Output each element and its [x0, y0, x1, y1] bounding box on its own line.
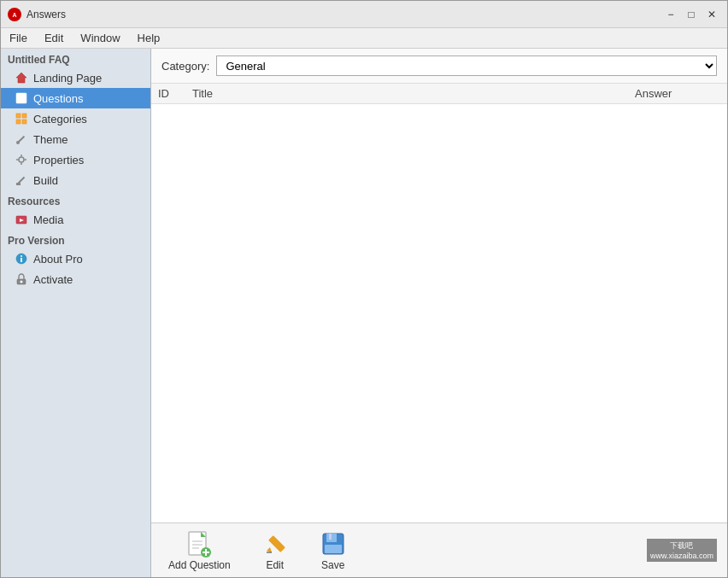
svg-point-23: [21, 255, 22, 257]
title-bar-left: A Answers: [8, 8, 66, 21]
window-menu[interactable]: Window: [72, 30, 128, 46]
sidebar-item-about-pro[interactable]: About Pro: [1, 248, 150, 269]
minimize-button[interactable]: −: [662, 6, 679, 23]
svg-rect-41: [325, 545, 342, 553]
title-bar: A Answers − □ ✕: [1, 1, 727, 28]
file-menu[interactable]: File: [1, 30, 36, 46]
edit-button[interactable]: Edit: [255, 527, 296, 575]
activate-icon: [15, 272, 28, 286]
sidebar: Untitled FAQ Landing Page: [1, 49, 151, 577]
add-question-icon: [185, 530, 213, 558]
edit-icon: [261, 530, 289, 558]
properties-label: Properties: [33, 154, 84, 166]
about-icon: [15, 252, 28, 266]
edit-menu[interactable]: Edit: [36, 30, 72, 46]
svg-marker-36: [267, 547, 272, 552]
media-icon: [15, 213, 28, 226]
svg-rect-19: [16, 183, 21, 185]
table-header: ID Title Answer: [151, 84, 727, 104]
sidebar-item-media[interactable]: Media: [1, 209, 150, 230]
svg-rect-8: [22, 114, 26, 118]
section-label-pro: Pro Version: [1, 230, 150, 248]
watermark-line2: www.xiazaiba.com: [650, 552, 713, 560]
sidebar-item-landing-page[interactable]: Landing Page: [1, 67, 150, 88]
table-body: [151, 104, 727, 523]
bottom-toolbar: Add Question Edit: [151, 523, 727, 577]
svg-point-12: [16, 141, 20, 144]
save-icon: [320, 530, 347, 558]
categories-label: Categories: [33, 113, 87, 126]
add-question-label: Add Question: [168, 559, 231, 571]
svg-rect-24: [21, 258, 22, 262]
sidebar-item-theme[interactable]: Theme: [1, 129, 150, 149]
column-header-id: ID: [158, 87, 192, 100]
toolbar-buttons-left: Add Question Edit: [161, 527, 354, 575]
right-panel: Category: General ID Title Answer: [151, 49, 727, 577]
questions-icon: [15, 91, 28, 105]
save-label: Save: [321, 559, 344, 571]
svg-point-13: [19, 157, 24, 162]
app-icon: A: [8, 8, 21, 21]
category-label: Category:: [161, 60, 209, 73]
sidebar-item-properties[interactable]: Properties: [1, 149, 150, 170]
save-button[interactable]: Save: [313, 527, 354, 575]
maximize-button[interactable]: □: [683, 6, 700, 23]
categories-icon: [15, 112, 28, 126]
watermark: 下载吧 www.xiazaiba.com: [647, 539, 717, 562]
about-pro-label: About Pro: [33, 253, 83, 266]
sidebar-item-questions[interactable]: Questions: [1, 88, 150, 108]
edit-label: Edit: [266, 559, 284, 571]
svg-point-26: [21, 281, 23, 283]
close-button[interactable]: ✕: [703, 6, 720, 23]
sidebar-item-categories[interactable]: Categories: [1, 108, 150, 129]
main-window: A Answers − □ ✕ File Edit Window Help Un…: [0, 0, 728, 578]
section-label-faq: Untitled FAQ: [1, 49, 150, 67]
sidebar-item-build[interactable]: Build: [1, 170, 150, 190]
media-label: Media: [33, 213, 63, 226]
add-question-button[interactable]: Add Question: [161, 527, 238, 575]
help-menu[interactable]: Help: [129, 30, 169, 46]
svg-rect-9: [16, 120, 21, 124]
section-label-resources: Resources: [1, 190, 150, 209]
category-select[interactable]: General: [216, 55, 717, 76]
main-content: Untitled FAQ Landing Page: [1, 49, 727, 577]
sidebar-item-activate[interactable]: Activate: [1, 269, 150, 289]
activate-label: Activate: [33, 273, 73, 286]
build-icon: [15, 173, 28, 187]
properties-icon: [15, 153, 28, 166]
window-controls: − □ ✕: [662, 6, 720, 23]
svg-text:A: A: [12, 12, 16, 18]
column-header-title: Title: [192, 87, 635, 100]
window-title: Answers: [26, 9, 66, 20]
svg-rect-7: [16, 114, 21, 118]
menu-bar: File Edit Window Help: [1, 28, 727, 49]
svg-rect-40: [329, 534, 332, 540]
category-bar: Category: General: [151, 49, 727, 84]
column-header-answer: Answer: [635, 87, 720, 100]
questions-label: Questions: [33, 92, 84, 105]
svg-rect-18: [18, 177, 25, 184]
build-label: Build: [33, 174, 58, 187]
svg-marker-2: [16, 73, 26, 83]
landing-page-label: Landing Page: [33, 72, 102, 85]
theme-icon: [15, 132, 28, 146]
svg-rect-35: [268, 535, 285, 552]
svg-rect-10: [22, 120, 26, 124]
house-icon: [15, 71, 28, 85]
theme-label: Theme: [33, 133, 68, 146]
watermark-line1: 下载吧: [670, 540, 693, 552]
